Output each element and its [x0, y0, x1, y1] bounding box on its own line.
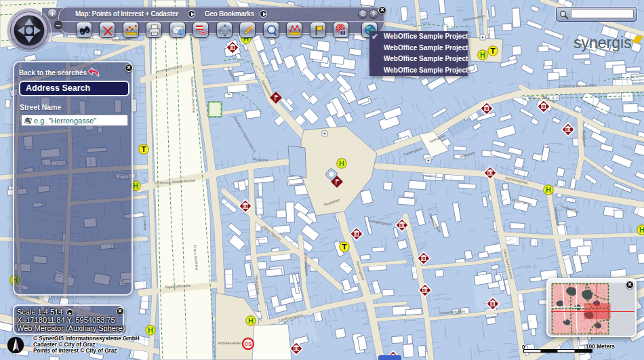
svg-text:+: +	[49, 9, 55, 19]
svg-text:Lendkai: Lendkai	[143, 218, 148, 230]
svg-text:−: −	[56, 20, 61, 31]
